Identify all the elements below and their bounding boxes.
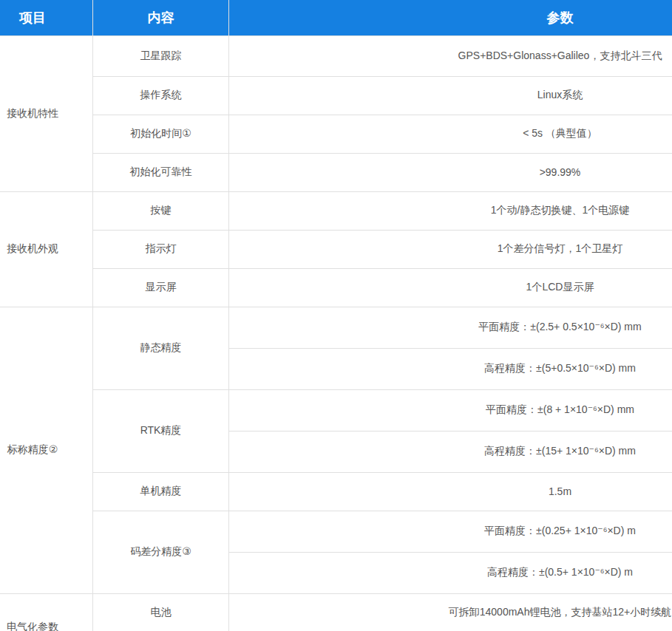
header-row: 项目 内容 参数 [0, 0, 672, 35]
param-cell: < 5s （典型值） [229, 115, 672, 153]
param-cell: GPS+BDS+Glonass+Galileo，支持北斗三代 [229, 35, 672, 76]
group-label-receiver-features: 接收机特性 [0, 35, 93, 191]
param-cell: 高程精度：±(0.5+ 1×10⁻⁶×D) m [229, 552, 672, 593]
content-cell: 静态精度 [93, 307, 229, 389]
param-cell: Linux系统 [229, 76, 672, 115]
header-param: 参数 [229, 0, 672, 35]
content-cell: 初始化时间① [93, 115, 229, 153]
spec-table: 项目 内容 参数 接收机特性 卫星跟踪 GPS+BDS+Glonass+Gali… [0, 0, 672, 631]
table-row: 标称精度② 静态精度 平面精度：±(2.5+ 0.5×10⁻⁶×D) mm [0, 307, 672, 348]
param-cell: 高程精度：±(15+ 1×10⁻⁶×D) mm [229, 431, 672, 472]
param-cell: 可拆卸14000mAh锂电池，支持基站12+小时续航 [229, 593, 672, 631]
table-row: 显示屏 1个LCD显示屏 [0, 268, 672, 307]
table-row: 指示灯 1个差分信号灯，1个卫星灯 [0, 230, 672, 268]
table-row: RTK精度 平面精度：±(8 + 1×10⁻⁶×D) mm [0, 389, 672, 431]
param-cell: 平面精度：±(8 + 1×10⁻⁶×D) mm [229, 389, 672, 431]
content-cell: 按键 [93, 191, 229, 230]
content-cell: 卫星跟踪 [93, 35, 229, 76]
table-row: 单机精度 1.5m [0, 472, 672, 511]
param-cell: 1.5m [229, 472, 672, 511]
param-cell: 平面精度：±(0.25+ 1×10⁻⁶×D) m [229, 511, 672, 552]
spec-table-viewport: 项目 内容 参数 接收机特性 卫星跟踪 GPS+BDS+Glonass+Gali… [0, 0, 672, 631]
param-cell: 平面精度：±(2.5+ 0.5×10⁻⁶×D) mm [229, 307, 672, 348]
content-cell: 电池 [93, 593, 229, 631]
group-label-nominal-accuracy: 标称精度② [0, 307, 93, 593]
table-row: 电气化参数 电池 可拆卸14000mAh锂电池，支持基站12+小时续航 [0, 593, 672, 631]
param-cell: >99.99% [229, 153, 672, 191]
content-cell: 单机精度 [93, 472, 229, 511]
table-row: 接收机外观 按键 1个动/静态切换键、1个电源键 [0, 191, 672, 230]
table-row: 初始化可靠性 >99.99% [0, 153, 672, 191]
param-cell: 1个LCD显示屏 [229, 268, 672, 307]
param-cell: 高程精度：±(5+0.5×10⁻⁶×D) mm [229, 348, 672, 389]
header-content: 内容 [93, 0, 229, 35]
table-row: 码差分精度③ 平面精度：±(0.25+ 1×10⁻⁶×D) m [0, 511, 672, 552]
content-cell: 码差分精度③ [93, 511, 229, 593]
content-cell: 显示屏 [93, 268, 229, 307]
table-row: 接收机特性 卫星跟踪 GPS+BDS+Glonass+Galileo，支持北斗三… [0, 35, 672, 76]
group-label-receiver-appearance: 接收机外观 [0, 191, 93, 307]
content-cell: 指示灯 [93, 230, 229, 268]
content-cell: 操作系统 [93, 76, 229, 115]
header-item: 项目 [0, 0, 93, 35]
group-label-electrical-params: 电气化参数 [0, 593, 93, 631]
content-cell: 初始化可靠性 [93, 153, 229, 191]
table-row: 操作系统 Linux系统 [0, 76, 672, 115]
param-cell: 1个动/静态切换键、1个电源键 [229, 191, 672, 230]
table-row: 初始化时间① < 5s （典型值） [0, 115, 672, 153]
content-cell: RTK精度 [93, 389, 229, 472]
param-cell: 1个差分信号灯，1个卫星灯 [229, 230, 672, 268]
